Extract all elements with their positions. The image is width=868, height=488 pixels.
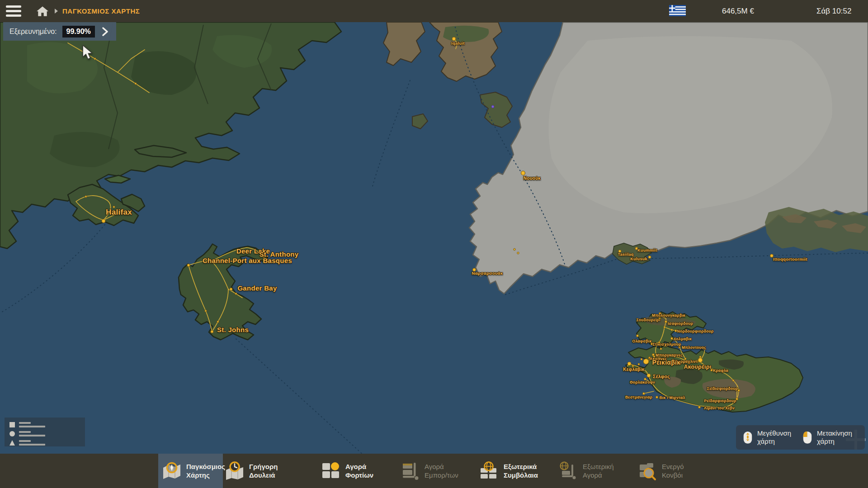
city-dot[interactable]	[698, 406, 701, 408]
city-label[interactable]: Θορλακσοφν	[630, 380, 655, 385]
east-greenland-tundra	[765, 207, 868, 252]
toolbar-item-freight-market[interactable]: ΑγοράΦορτίων	[321, 454, 373, 488]
city-label[interactable]: Βικ ι Μιρνταλ	[659, 395, 685, 400]
city-label[interactable]: Ακουρέιρι	[684, 364, 711, 370]
city-label[interactable]: Λιμάνι του Χεβν	[704, 406, 735, 410]
game-time: Σάβ 10:52	[816, 0, 851, 22]
city-label[interactable]: Σουδουρεϊρι	[636, 318, 660, 322]
cargo-market-icon	[400, 461, 420, 481]
city-label[interactable]: Gander Bay	[237, 284, 277, 292]
external-contracts-icon	[479, 461, 499, 481]
city-label[interactable]: Ολαφσβικ	[632, 339, 651, 343]
city-label[interactable]: Tasiilaq	[618, 252, 633, 257]
city-dot[interactable]	[643, 393, 645, 395]
city-label[interactable]: Νορδουρφιορδουρ	[677, 329, 713, 333]
city-dot[interactable]	[230, 288, 232, 291]
city-label[interactable]: Iqaluit	[451, 41, 465, 46]
city-label[interactable]: Στικισχολμουρ	[652, 342, 681, 347]
city-dot[interactable]	[647, 374, 651, 377]
city-label[interactable]: Ισαφιορδουρ	[668, 321, 693, 326]
map-controls-panel: Μεγέθυνση χάρτη Μετακίνηση χάρτη	[736, 425, 865, 450]
city-label[interactable]: Νουούκ	[524, 176, 541, 181]
city-label[interactable]: Μπλοντουος	[682, 345, 706, 350]
game-window: HalifaxDeer LakeSt. AnthonyChannel-Port …	[0, 0, 868, 488]
city-dot[interactable]	[187, 264, 190, 267]
city-dot[interactable]	[521, 171, 525, 175]
city-dot[interactable]	[652, 354, 655, 356]
explored-label: Εξερευνημένο:	[9, 28, 57, 36]
city-dot[interactable]	[671, 338, 673, 340]
toolbar-item-active-convoy[interactable]: ΕνεργόΚονβόι	[637, 454, 684, 488]
city-label[interactable]: Κεφλαβικ	[623, 367, 644, 372]
home-icon[interactable]	[36, 5, 49, 17]
chevron-right-icon	[102, 27, 108, 36]
explored-panel: Εξερευνημένο: 99.90%	[3, 22, 116, 41]
city-label[interactable]: Βεστμανεγιαρ	[625, 395, 652, 399]
map-zoom-hint: Μεγέθυνση χάρτη	[742, 429, 791, 446]
city-label[interactable]: Kuummiit	[637, 248, 657, 253]
map-legend	[5, 418, 85, 446]
city-label[interactable]: Kulusuk	[630, 257, 647, 261]
toolbar-item-quick-job[interactable]: ΓρήγορηΔουλειά	[225, 454, 278, 488]
breadcrumb: ΠΑΓΚΟΣΜΙΟΣ ΧΑΡΤΗΣ	[62, 0, 140, 22]
city-label[interactable]: Ρεϊδαρφιορδουρ	[704, 399, 736, 403]
city-dot[interactable]	[643, 359, 649, 364]
mouse-cursor	[82, 45, 94, 61]
city-dot[interactable]	[648, 256, 651, 258]
explored-expand-button[interactable]	[100, 27, 110, 36]
circle-icon	[9, 431, 15, 437]
legend-row	[9, 439, 80, 446]
city-label[interactable]: Σεϊδισφιορδουρ	[707, 386, 738, 391]
world-map-icon	[162, 461, 182, 481]
map-marker-purple	[491, 105, 494, 108]
toolbar-item-external-contracts[interactable]: ΕξωτερικάΣυμβόλαια	[479, 454, 538, 488]
map-move-hint: Μετακίνηση χάρτη	[802, 429, 852, 446]
city-label[interactable]: Σέλφος	[653, 374, 670, 379]
city-label[interactable]: St. Johns	[217, 326, 249, 333]
toolbar-item-external-market[interactable]: ΕξωτερικήΑγορά	[558, 454, 614, 488]
world-map[interactable]	[0, 0, 868, 488]
city-label[interactable]: Ittoqqortoormiit	[773, 257, 807, 262]
city-label[interactable]: Μπολουνγκαρβικ	[652, 313, 685, 318]
city-label[interactable]: Ναρσαρσουάκ	[472, 271, 503, 276]
legend-row	[9, 430, 80, 437]
city-dot[interactable]	[738, 389, 740, 392]
city-label[interactable]: Ρέικιαβικ	[652, 359, 681, 366]
greek-flag-icon[interactable]	[669, 5, 686, 16]
city-dot[interactable]	[637, 335, 639, 337]
quick-job-icon	[225, 461, 245, 481]
player-money: 646,5M €	[722, 0, 754, 22]
menu-hamburger-icon[interactable]	[5, 5, 23, 18]
city-label[interactable]: Halifax	[106, 208, 132, 217]
mouse-scroll-icon	[742, 430, 753, 445]
zoom-map-label: Μεγέθυνση	[757, 429, 791, 437]
toolbar-item-cargo-market[interactable]: ΑγοράΕμπορ/των	[400, 454, 458, 488]
city-dot[interactable]	[211, 330, 213, 333]
triangle-icon	[9, 440, 15, 446]
toolbar-item-world-map[interactable]: ΠαγκόσμιοςΧάρτης	[158, 454, 223, 488]
city-label[interactable]: Κραφλα	[713, 368, 728, 373]
legend-row	[9, 421, 80, 428]
city-dot[interactable]	[665, 321, 667, 323]
move-map-label: Μετακίνηση	[817, 429, 852, 437]
city-dot[interactable]	[102, 219, 105, 223]
explored-value: 99.90%	[62, 26, 95, 38]
external-market-icon	[558, 461, 578, 481]
city-dot[interactable]	[627, 362, 631, 366]
mouse-left-button-icon	[802, 430, 813, 445]
city-dot[interactable]	[656, 396, 658, 399]
city-label[interactable]: Χολμαβικ	[674, 337, 692, 341]
square-icon	[9, 422, 15, 428]
top-bar: ΠΑΓΚΟΣΜΙΟΣ ΧΑΡΤΗΣ 646,5M € Σάβ 10:52	[0, 0, 868, 22]
bottom-toolbar: ΠαγκόσμιοςΧάρτης ΓρήγορηΔουλειά ΑγοράΦορ…	[0, 454, 868, 488]
city-label[interactable]: Channel-Port aux Basques	[203, 257, 292, 264]
city-dot[interactable]	[698, 358, 703, 362]
active-convoy-icon	[637, 461, 657, 481]
breadcrumb-chevron-icon	[54, 8, 58, 14]
freight-market-icon	[321, 461, 341, 481]
